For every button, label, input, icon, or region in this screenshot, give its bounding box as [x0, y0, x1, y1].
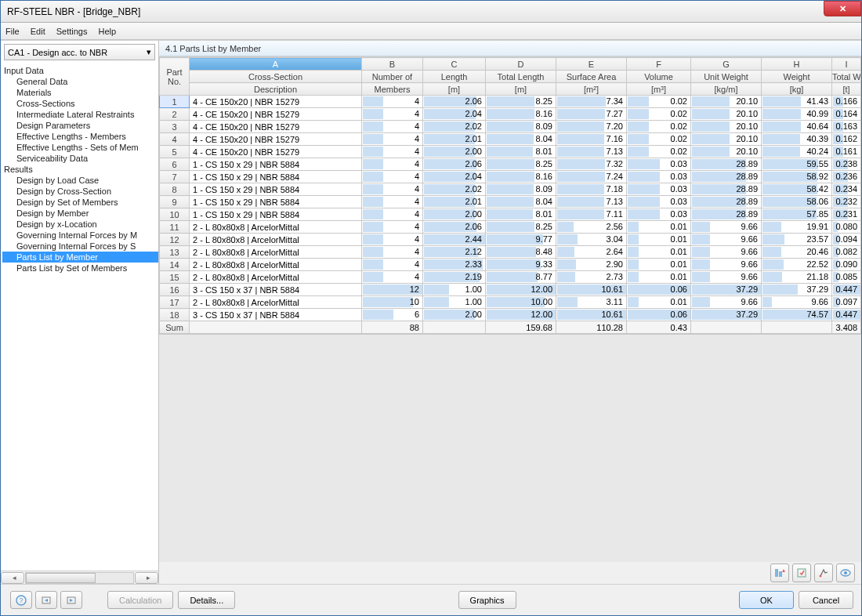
table-row[interactable]: 14 2 - L 80x80x8 | ArcelorMittal 4 2.33 … — [160, 259, 861, 271]
tree-design-by-x-location[interactable]: Design by x-Location — [2, 219, 158, 230]
cell-total-length: 8.16 — [486, 108, 556, 121]
graphics-button[interactable]: Graphics — [458, 591, 516, 609]
tree-gov-if-set[interactable]: Governing Internal Forces by S — [2, 241, 158, 252]
col-f-letter[interactable]: F — [627, 58, 691, 71]
col-a-letter[interactable]: A — [190, 58, 362, 71]
table-row[interactable]: 3 4 - CE 150x20 | NBR 15279 4 2.02 8.09 … — [160, 121, 861, 133]
row-number[interactable]: 13 — [160, 246, 190, 259]
case-dropdown-value: CA1 - Design acc. to NBR — [8, 48, 107, 57]
col-c-letter[interactable]: C — [423, 58, 486, 71]
col-h-letter[interactable]: H — [762, 58, 832, 71]
tree-design-parameters[interactable]: Design Parameters — [2, 120, 158, 131]
table-row[interactable]: 18 3 - CS 150 x 37 | NBR 5884 6 2.00 12.… — [160, 309, 861, 321]
parts-table[interactable]: PartNo. A B C D E F G H I Cross-Se — [159, 57, 861, 334]
tree-design-by-cross-section[interactable]: Design by Cross-Section — [2, 186, 158, 197]
row-number[interactable]: 3 — [160, 121, 190, 133]
tree-design-by-set-of-members[interactable]: Design by Set of Members — [2, 197, 158, 208]
toolbar-export-icon[interactable] — [792, 563, 811, 582]
table-row[interactable]: 16 3 - CS 150 x 37 | NBR 5884 12 1.00 12… — [160, 284, 861, 296]
row-number[interactable]: 16 — [160, 284, 190, 296]
case-dropdown[interactable]: CA1 - Design acc. to NBR ▾ — [4, 44, 155, 60]
cell-unit-weight: 28.89 — [691, 183, 762, 196]
menu-settings[interactable]: Settings — [56, 27, 88, 36]
left-scrollbar[interactable]: ◂ ▸ — [1, 571, 158, 584]
col-no[interactable]: PartNo. — [160, 58, 190, 96]
cell-total-weight: 0.080 — [832, 221, 861, 234]
table-row[interactable]: 2 4 - CE 150x20 | NBR 15279 4 2.04 8.16 … — [160, 108, 861, 121]
table-row[interactable]: 7 1 - CS 150 x 29 | NBR 5884 4 2.04 8.16… — [160, 171, 861, 183]
col-i-letter[interactable]: I — [832, 58, 861, 71]
tree-intermediate-lateral-restraints[interactable]: Intermediate Lateral Restraints — [2, 109, 158, 120]
tree-parts-list-by-set[interactable]: Parts List by Set of Members — [2, 263, 158, 274]
tree-effective-lengths-members[interactable]: Effective Lengths - Members — [2, 131, 158, 142]
col-d-letter[interactable]: D — [486, 58, 556, 71]
row-number[interactable]: 4 — [160, 133, 190, 146]
scroll-right-icon[interactable]: ▸ — [135, 572, 158, 584]
row-number[interactable]: 1 — [160, 96, 190, 108]
row-number[interactable]: 11 — [160, 221, 190, 234]
cell-length: 2.06 — [423, 158, 486, 171]
table-row[interactable]: 1 4 - CE 150x20 | NBR 15279 4 2.06 8.25 … — [160, 96, 861, 108]
row-number[interactable]: 17 — [160, 296, 190, 309]
menu-edit[interactable]: Edit — [31, 27, 45, 36]
ok-button[interactable]: OK — [739, 591, 794, 609]
table-row[interactable]: 9 1 - CS 150 x 29 | NBR 5884 4 2.01 8.04… — [160, 196, 861, 208]
table-row[interactable]: 12 2 - L 80x80x8 | ArcelorMittal 4 2.44 … — [160, 234, 861, 246]
cancel-button[interactable]: Cancel — [799, 591, 853, 609]
close-button[interactable]: ✕ — [824, 1, 861, 16]
scroll-left-icon[interactable]: ◂ — [1, 572, 24, 584]
tree-design-by-load-case[interactable]: Design by Load Case — [2, 175, 158, 186]
tree-cross-sections[interactable]: Cross-Sections — [2, 98, 158, 109]
row-number[interactable]: 6 — [160, 158, 190, 171]
tree-parts-list-by-member[interactable]: Parts List by Member — [2, 252, 158, 263]
tree-design-by-member[interactable]: Design by Member — [2, 208, 158, 219]
details-button[interactable]: Details... — [178, 591, 235, 609]
table-row[interactable]: 4 4 - CE 150x20 | NBR 15279 4 2.01 8.04 … — [160, 133, 861, 146]
toolbar-sort-icon[interactable] — [770, 563, 789, 582]
cell-members: 4 — [362, 146, 423, 158]
menu-file[interactable]: File — [5, 27, 20, 36]
toolbar-pick-icon[interactable] — [814, 563, 833, 582]
row-number[interactable]: 7 — [160, 171, 190, 183]
row-number[interactable]: 8 — [160, 183, 190, 196]
calculation-button[interactable]: Calculation — [107, 591, 173, 609]
table-row[interactable]: 10 1 - CS 150 x 29 | NBR 5884 4 2.00 8.0… — [160, 208, 861, 221]
table-row[interactable]: 13 2 - L 80x80x8 | ArcelorMittal 4 2.12 … — [160, 246, 861, 259]
table-row[interactable]: 15 2 - L 80x80x8 | ArcelorMittal 4 2.19 … — [160, 271, 861, 284]
row-number[interactable]: 15 — [160, 271, 190, 284]
cell-weight: 40.99 — [762, 108, 832, 121]
row-number[interactable]: 12 — [160, 234, 190, 246]
tree-serviceability-data[interactable]: Serviceability Data — [2, 153, 158, 164]
help-button[interactable]: ? — [10, 591, 32, 609]
table-row[interactable]: 11 2 - L 80x80x8 | ArcelorMittal 4 2.06 … — [160, 221, 861, 234]
toolbar-view-icon[interactable] — [836, 563, 855, 582]
cell-description: 4 - CE 150x20 | NBR 15279 — [190, 110, 361, 119]
table-row[interactable]: 6 1 - CS 150 x 29 | NBR 5884 4 2.06 8.25… — [160, 158, 861, 171]
row-number[interactable]: 5 — [160, 146, 190, 158]
table-row[interactable]: 17 2 - L 80x80x8 | ArcelorMittal 10 1.00… — [160, 296, 861, 309]
tree-general-data[interactable]: General Data — [2, 76, 158, 87]
tree-materials[interactable]: Materials — [2, 87, 158, 98]
next-button[interactable] — [60, 591, 82, 609]
scroll-thumb[interactable] — [26, 573, 96, 583]
cell-weight: 40.24 — [762, 146, 832, 158]
tree-effective-lengths-sets[interactable]: Effective Lengths - Sets of Mem — [2, 142, 158, 153]
table-row[interactable]: 8 1 - CS 150 x 29 | NBR 5884 4 2.02 8.09… — [160, 183, 861, 196]
row-number[interactable]: 18 — [160, 309, 190, 321]
row-number[interactable]: 14 — [160, 259, 190, 271]
scroll-track[interactable] — [25, 572, 134, 584]
col-g-letter[interactable]: G — [691, 58, 762, 71]
tree-group-results[interactable]: Results — [2, 164, 158, 175]
tree-gov-if-member[interactable]: Governing Internal Forces by M — [2, 230, 158, 241]
row-number[interactable]: 2 — [160, 108, 190, 121]
col-b-letter[interactable]: B — [362, 58, 423, 71]
menu-help[interactable]: Help — [98, 27, 116, 36]
table-row[interactable]: 5 4 - CE 150x20 | NBR 15279 4 2.00 8.01 … — [160, 146, 861, 158]
col-e-letter[interactable]: E — [556, 58, 627, 71]
row-number[interactable]: 9 — [160, 196, 190, 208]
prev-button[interactable] — [35, 591, 57, 609]
cell-total-weight: 0.097 — [832, 296, 861, 309]
tree-group-input[interactable]: Input Data — [2, 65, 158, 76]
row-number[interactable]: 10 — [160, 208, 190, 221]
cell-unit-weight: 9.66 — [691, 259, 762, 271]
